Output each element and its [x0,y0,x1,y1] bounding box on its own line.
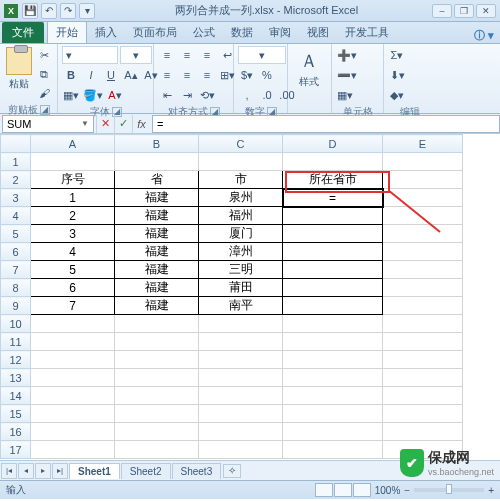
tab-data[interactable]: 数据 [223,22,261,43]
autosum-icon[interactable]: Σ▾ [388,46,406,64]
row-header[interactable]: 16 [1,423,31,441]
zoom-in-icon[interactable]: + [488,485,494,496]
font-color-button[interactable]: A▾ [106,86,124,104]
help-icon[interactable]: ⓘ ▾ [474,28,494,43]
chevron-down-icon[interactable]: ▼ [81,119,89,128]
cell[interactable]: 福建 [115,261,199,279]
align-top-icon[interactable]: ≡ [158,46,176,64]
row-header[interactable]: 17 [1,441,31,459]
cell[interactable]: 福建 [115,297,199,315]
fill-icon[interactable]: ⬇▾ [388,66,406,84]
cell[interactable]: 省 [115,171,199,189]
cell[interactable] [283,261,383,279]
cancel-formula-icon[interactable]: ✕ [96,115,114,133]
cell[interactable]: 2 [31,207,115,225]
percent-icon[interactable]: % [258,66,276,84]
indent-increase-icon[interactable]: ⇥ [178,86,196,104]
delete-cells-icon[interactable]: ➖▾ [336,66,358,84]
worksheet-area[interactable]: A B C D E 1 2 序号 省 市 所在省市 3 1 福建 泉州 = 4 … [0,134,500,460]
minimize-button[interactable]: – [432,4,452,18]
cell[interactable]: 三明 [199,261,283,279]
cell[interactable]: 5 [31,261,115,279]
sheet-nav-next-icon[interactable]: ▸ [35,463,51,479]
cell[interactable]: 漳州 [199,243,283,261]
font-name-dropdown[interactable]: ▾ [62,46,118,64]
zoom-level[interactable]: 100% [375,485,401,496]
underline-button[interactable]: U [102,66,120,84]
dialog-launcher-icon[interactable]: ◢ [40,105,50,115]
paste-button[interactable]: 粘贴 [4,46,33,92]
tab-review[interactable]: 审阅 [261,22,299,43]
number-format-dropdown[interactable]: ▾ [238,46,286,64]
cell[interactable] [283,207,383,225]
row-header[interactable]: 11 [1,333,31,351]
name-box[interactable]: SUM ▼ [2,115,94,133]
cell[interactable] [283,297,383,315]
formula-input[interactable] [152,115,500,133]
cell[interactable]: 6 [31,279,115,297]
tab-developer[interactable]: 开发工具 [337,22,397,43]
qat-dropdown-icon[interactable]: ▾ [79,3,95,19]
decimal-inc-icon[interactable]: .0 [258,86,276,104]
undo-icon[interactable]: ↶ [41,3,57,19]
currency-icon[interactable]: $▾ [238,66,256,84]
worksheet-grid[interactable]: A B C D E 1 2 序号 省 市 所在省市 3 1 福建 泉州 = 4 … [0,134,463,459]
row-header[interactable]: 3 [1,189,31,207]
restore-button[interactable]: ❐ [454,4,474,18]
view-pagebreak-icon[interactable] [353,483,371,497]
cell[interactable] [283,243,383,261]
cell[interactable]: 泉州 [199,189,283,207]
row-header[interactable]: 9 [1,297,31,315]
copy-icon[interactable]: ⧉ [35,65,53,83]
row-header[interactable]: 14 [1,387,31,405]
tab-home[interactable]: 开始 [47,21,87,43]
row-header[interactable]: 4 [1,207,31,225]
redo-icon[interactable]: ↷ [60,3,76,19]
row-header[interactable]: 5 [1,225,31,243]
cell[interactable]: 福建 [115,189,199,207]
sheet-nav-last-icon[interactable]: ▸| [52,463,68,479]
cell[interactable]: 福建 [115,225,199,243]
new-sheet-icon[interactable]: ✧ [223,464,241,478]
format-cells-icon[interactable]: ▦▾ [336,86,354,104]
sheet-nav-prev-icon[interactable]: ◂ [18,463,34,479]
indent-decrease-icon[interactable]: ⇤ [158,86,176,104]
col-header-c[interactable]: C [199,135,283,153]
cell[interactable]: 南平 [199,297,283,315]
cell[interactable]: 序号 [31,171,115,189]
tab-view[interactable]: 视图 [299,22,337,43]
col-header-e[interactable]: E [383,135,463,153]
cell[interactable]: 市 [199,171,283,189]
save-icon[interactable]: 💾 [22,3,38,19]
sheet-tab-3[interactable]: Sheet3 [172,463,222,479]
cell[interactable]: 福建 [115,243,199,261]
zoom-out-icon[interactable]: − [404,485,410,496]
row-header[interactable]: 6 [1,243,31,261]
font-size-dropdown[interactable]: ▾ [120,46,152,64]
cell[interactable]: 7 [31,297,115,315]
col-header-a[interactable]: A [31,135,115,153]
col-header-d[interactable]: D [283,135,383,153]
cell[interactable]: 福建 [115,279,199,297]
cell[interactable]: 4 [31,243,115,261]
font-grow-icon[interactable]: A▴ [122,66,140,84]
sheet-nav-first-icon[interactable]: |◂ [1,463,17,479]
insert-cells-icon[interactable]: ➕▾ [336,46,358,64]
align-bottom-icon[interactable]: ≡ [198,46,216,64]
cell[interactable] [283,279,383,297]
align-left-icon[interactable]: ≡ [158,66,176,84]
select-all-corner[interactable] [1,135,31,153]
row-header[interactable]: 10 [1,315,31,333]
styles-button[interactable]: Ａ样式 [292,46,326,92]
comma-icon[interactable]: , [238,86,256,104]
orientation-icon[interactable]: ⟲▾ [198,86,216,104]
cell[interactable]: 1 [31,189,115,207]
align-middle-icon[interactable]: ≡ [178,46,196,64]
view-normal-icon[interactable] [315,483,333,497]
cut-icon[interactable]: ✂ [35,46,53,64]
cell[interactable]: 莆田 [199,279,283,297]
view-layout-icon[interactable] [334,483,352,497]
tab-file[interactable]: 文件 [2,22,44,43]
cell[interactable] [283,225,383,243]
row-header[interactable]: 2 [1,171,31,189]
